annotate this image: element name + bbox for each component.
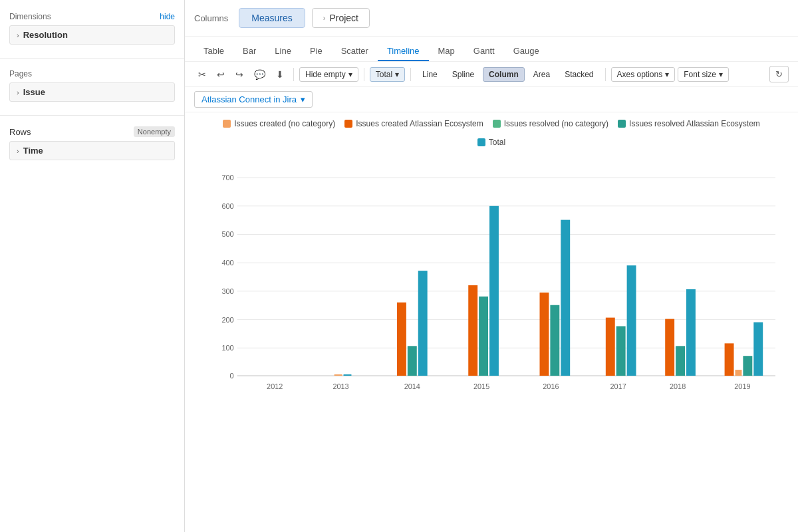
resolution-chevron: ›	[17, 31, 19, 39]
legend-item-2: Issues resolved (no category)	[493, 119, 608, 128]
legend-item-4: Total	[477, 138, 505, 147]
y-label-0: 0	[230, 372, 234, 380]
project-filter-value: Atlassian Connect in Jira	[201, 94, 297, 104]
bar-2019-created-no-cat	[735, 370, 741, 376]
bar-2013-1	[334, 374, 342, 376]
project-pill[interactable]: › Project	[312, 8, 370, 28]
rows-header: Rows Nonempty	[9, 126, 175, 137]
legend-dot-0	[223, 120, 231, 128]
right-panel: Columns Measures › Project Table Bar Lin…	[185, 0, 798, 532]
font-size-label: Font size	[684, 70, 716, 79]
bar-2019-total	[753, 323, 763, 376]
tab-scatter[interactable]: Scatter	[332, 42, 378, 61]
bar-2018-resolved-eco	[676, 346, 685, 376]
x-label-2015: 2015	[473, 382, 489, 390]
x-label-2013: 2013	[332, 382, 348, 390]
legend-item-0: Issues created (no category)	[223, 119, 335, 128]
column-btn[interactable]: Column	[483, 67, 525, 82]
tab-pie[interactable]: Pie	[301, 42, 332, 61]
bar-2015-total	[489, 206, 499, 376]
x-label-2014: 2014	[404, 382, 420, 390]
rows-section: Rows Nonempty › Time	[0, 121, 184, 168]
legend-item-3: Issues resolved Atlassian Ecosystem	[618, 119, 760, 128]
x-label-2019: 2019	[734, 382, 750, 390]
tab-timeline[interactable]: Timeline	[378, 42, 429, 61]
dimensions-hide-btn[interactable]: hide	[160, 12, 175, 21]
y-label-300: 300	[221, 287, 233, 295]
undo-btn[interactable]: ↩	[213, 66, 229, 82]
redo-btn[interactable]: ↪	[231, 66, 247, 82]
divider-2	[0, 115, 184, 116]
bar-2017-total	[627, 265, 636, 376]
total-label: Total	[376, 70, 392, 79]
chart-area: Issues created (no category) Issues crea…	[185, 112, 798, 413]
chart-svg: 700 600 500 400 300 200 100 0	[201, 154, 782, 406]
tab-bar[interactable]: Bar	[233, 42, 265, 61]
scissors-btn[interactable]: ✂	[194, 66, 210, 82]
stacked-btn[interactable]: Stacked	[559, 67, 599, 82]
hide-empty-chevron: ▾	[348, 70, 352, 79]
tab-gantt[interactable]: Gantt	[464, 42, 504, 61]
project-filter-chevron: ▾	[301, 94, 305, 104]
time-chevron: ›	[17, 147, 19, 155]
project-label: Project	[329, 13, 358, 23]
hide-empty-select[interactable]: Hide empty ▾	[299, 67, 358, 82]
legend-label-2: Issues resolved (no category)	[504, 119, 608, 128]
line-btn[interactable]: Line	[416, 67, 444, 82]
tab-gauge[interactable]: Gauge	[504, 42, 549, 61]
y-label-700: 700	[221, 174, 233, 182]
legend-dot-3	[618, 120, 626, 128]
pages-label: Pages	[9, 69, 32, 78]
legend-label-0: Issues created (no category)	[234, 119, 335, 128]
bar-2014-total	[418, 271, 428, 376]
bar-2016-total	[561, 220, 570, 376]
tab-table[interactable]: Table	[194, 42, 233, 61]
x-label-2016: 2016	[543, 382, 559, 390]
legend-dot-2	[493, 120, 501, 128]
axes-options-select[interactable]: Axes options ▾	[611, 67, 676, 82]
toolbar-divider-4	[605, 68, 606, 81]
x-label-2017: 2017	[610, 382, 626, 390]
issue-chevron: ›	[17, 88, 19, 96]
comment-btn[interactable]: 💬	[250, 66, 269, 82]
measures-pill[interactable]: Measures	[239, 8, 305, 28]
y-label-500: 500	[221, 230, 233, 238]
chart-legend: Issues created (no category) Issues crea…	[194, 119, 789, 147]
legend-item-1: Issues created Atlassian Ecosystem	[344, 119, 483, 128]
y-label-400: 400	[221, 259, 233, 267]
time-item[interactable]: › Time	[9, 141, 175, 160]
axes-options-label: Axes options	[617, 70, 663, 79]
dimensions-header: Dimensions hide	[9, 12, 175, 21]
bar-2015-resolved-eco	[479, 297, 488, 376]
legend-label-1: Issues created Atlassian Ecosystem	[356, 119, 483, 128]
total-select[interactable]: Total ▾	[370, 67, 405, 82]
tab-line[interactable]: Line	[265, 42, 301, 61]
legend-label-3: Issues resolved Atlassian Ecosystem	[629, 119, 760, 128]
toolbar: ✂ ↩ ↪ 💬 ⬇ Hide empty ▾ Total ▾ Line Spli…	[185, 62, 798, 87]
total-chevron: ▾	[395, 70, 399, 79]
issue-label: Issue	[23, 87, 45, 97]
resolution-item[interactable]: › Resolution	[9, 25, 175, 45]
filter-bar: Atlassian Connect in Jira ▾	[185, 87, 798, 112]
y-label-600: 600	[221, 202, 233, 210]
font-size-select[interactable]: Font size ▾	[678, 67, 729, 82]
nonempty-badge: Nonempty	[134, 126, 175, 137]
area-btn[interactable]: Area	[527, 67, 556, 82]
tab-map[interactable]: Map	[429, 42, 464, 61]
refresh-btn[interactable]: ↻	[769, 66, 789, 82]
bar-2017-created-eco	[606, 318, 615, 376]
download-btn[interactable]: ⬇	[272, 66, 288, 82]
spline-btn[interactable]: Spline	[446, 67, 480, 82]
rows-label: Rows	[9, 127, 31, 137]
bar-2016-created-eco	[540, 293, 549, 376]
x-label-2018: 2018	[670, 382, 686, 390]
time-label: Time	[23, 146, 43, 156]
bar-2019-created-eco	[725, 343, 734, 376]
pages-section: Pages › Issue	[0, 64, 184, 110]
project-chevron: ›	[323, 14, 326, 22]
project-filter-select[interactable]: Atlassian Connect in Jira ▾	[194, 91, 313, 108]
issue-item[interactable]: › Issue	[9, 82, 175, 102]
y-label-100: 100	[221, 344, 233, 352]
x-label-2012: 2012	[267, 382, 283, 390]
y-label-200: 200	[221, 316, 233, 324]
